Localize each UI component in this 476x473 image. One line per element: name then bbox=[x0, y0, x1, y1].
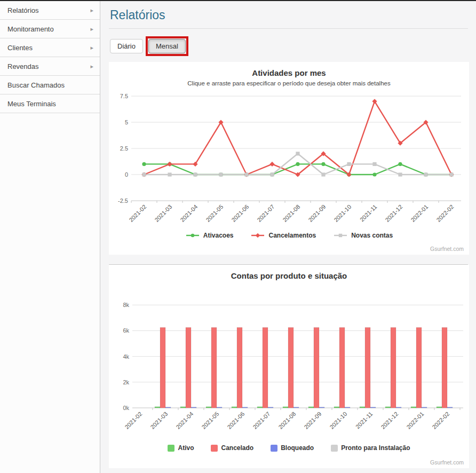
svg-text:2021-12: 2021-12 bbox=[379, 411, 399, 430]
activities-chart-legend: AtivacoesCancelamentosNovas contas bbox=[109, 232, 469, 239]
legend-label: Bloqueado bbox=[281, 444, 314, 452]
svg-text:2021-06: 2021-06 bbox=[226, 411, 245, 430]
color-swatch-icon bbox=[211, 445, 218, 452]
svg-text:2021-02: 2021-02 bbox=[123, 411, 143, 430]
legend-item[interactable]: Ativacoes bbox=[185, 232, 234, 239]
sidebar-item-label: Meus Terminais bbox=[7, 100, 56, 108]
legend-label: Ativacoes bbox=[203, 232, 234, 239]
chevron-right-icon: ▸ bbox=[90, 63, 93, 70]
sidebar-item-label: Relatórios bbox=[7, 6, 39, 14]
svg-text:2021-04: 2021-04 bbox=[179, 203, 199, 223]
svg-text:2021-10: 2021-10 bbox=[332, 203, 352, 223]
svg-text:-2.5: -2.5 bbox=[118, 198, 128, 204]
sidebar-item-label: Revendas bbox=[7, 62, 39, 70]
svg-text:5: 5 bbox=[125, 119, 128, 125]
legend-item[interactable]: Novas contas bbox=[333, 232, 393, 239]
svg-text:2021-08: 2021-08 bbox=[281, 203, 301, 223]
chevron-right-icon: ▸ bbox=[90, 7, 93, 14]
legend-item[interactable]: Cancelado bbox=[211, 444, 253, 452]
report-period-tabs: Diário Mensal bbox=[110, 39, 468, 57]
svg-text:2021-08: 2021-08 bbox=[277, 411, 297, 430]
chart-watermark: Gsurfnet.com bbox=[430, 246, 464, 252]
svg-text:0: 0 bbox=[125, 171, 128, 178]
legend-label: Cancelamentos bbox=[268, 232, 316, 239]
title-divider bbox=[109, 28, 468, 29]
square-legend-marker-icon bbox=[333, 232, 348, 239]
svg-text:2021-03: 2021-03 bbox=[153, 203, 173, 223]
svg-text:2021-09: 2021-09 bbox=[303, 411, 322, 430]
legend-item[interactable]: Pronto para Instalação bbox=[331, 444, 410, 452]
sidebar-item-clientes[interactable]: Clientes ▸ bbox=[0, 38, 100, 57]
svg-text:0k: 0k bbox=[123, 405, 129, 411]
svg-text:2021-04: 2021-04 bbox=[174, 411, 194, 430]
chart-subtitle: Clique e arraste para especificar o perí… bbox=[109, 80, 469, 86]
svg-text:2021-05: 2021-05 bbox=[204, 203, 224, 223]
color-swatch-icon bbox=[271, 445, 277, 452]
sidebar-item-monitoramento[interactable]: Monitoramento ▸ bbox=[0, 20, 100, 38]
accounts-chart-legend: AtivoCanceladoBloqueadoPronto para Insta… bbox=[109, 444, 469, 452]
sidebar-item-buscar-chamados[interactable]: Buscar Chamados bbox=[0, 76, 100, 94]
sidebar: Relatórios ▸ Monitoramento ▸ Clientes ▸ … bbox=[0, 1, 100, 473]
svg-text:2021-11: 2021-11 bbox=[354, 411, 374, 430]
svg-text:2k: 2k bbox=[123, 379, 129, 385]
legend-label: Novas contas bbox=[351, 232, 393, 239]
sidebar-item-revendas[interactable]: Revendas ▸ bbox=[0, 57, 100, 76]
accounts-chart-panel: Contas por produto e situação 0k2k4k6k8k… bbox=[109, 265, 469, 468]
svg-text:2021-11: 2021-11 bbox=[359, 203, 378, 223]
svg-text:4k: 4k bbox=[123, 353, 129, 360]
svg-text:2021-06: 2021-06 bbox=[230, 203, 250, 223]
svg-text:2022-01: 2022-01 bbox=[409, 203, 429, 223]
tab-diario[interactable]: Diário bbox=[110, 39, 143, 53]
sidebar-item-meus-terminais[interactable]: Meus Terminais bbox=[0, 94, 100, 113]
activities-line-chart[interactable]: -2.502.557.52021-022021-032021-042021-05… bbox=[109, 89, 469, 231]
chevron-right-icon: ▸ bbox=[90, 26, 93, 33]
svg-text:7.5: 7.5 bbox=[120, 93, 128, 99]
svg-text:2021-03: 2021-03 bbox=[149, 411, 169, 430]
svg-text:2021-09: 2021-09 bbox=[307, 203, 327, 223]
diamond-legend-marker-icon bbox=[250, 232, 265, 239]
svg-text:2021-05: 2021-05 bbox=[200, 411, 220, 430]
legend-label: Pronto para Instalação bbox=[341, 444, 410, 452]
chevron-right-icon: ▸ bbox=[90, 44, 93, 51]
legend-label: Ativo bbox=[178, 444, 194, 452]
svg-text:2022-02: 2022-02 bbox=[435, 203, 455, 223]
svg-text:2021-07: 2021-07 bbox=[256, 203, 275, 223]
color-swatch-icon bbox=[331, 445, 338, 452]
chart-watermark: Gsurfnet.com bbox=[430, 459, 464, 466]
color-swatch-icon bbox=[168, 445, 174, 452]
svg-text:2021-10: 2021-10 bbox=[328, 411, 348, 430]
svg-text:2021-02: 2021-02 bbox=[128, 203, 147, 223]
chart-title: Contas por produto e situação bbox=[109, 271, 469, 280]
sidebar-item-label: Clientes bbox=[7, 44, 33, 52]
svg-text:2021-12: 2021-12 bbox=[384, 203, 403, 223]
svg-text:2021-07: 2021-07 bbox=[251, 411, 271, 430]
circle-legend-marker-icon bbox=[185, 232, 200, 239]
sidebar-item-label: Monitoramento bbox=[7, 25, 54, 33]
legend-item[interactable]: Bloqueado bbox=[271, 444, 314, 452]
tab-mensal[interactable]: Mensal bbox=[148, 39, 186, 53]
svg-text:8k: 8k bbox=[123, 302, 129, 308]
page-title: Relatórios bbox=[110, 8, 468, 22]
svg-text:2022-01: 2022-01 bbox=[405, 411, 425, 430]
legend-item[interactable]: Cancelamentos bbox=[250, 232, 316, 239]
sidebar-item-relatorios[interactable]: Relatórios ▸ bbox=[0, 1, 100, 20]
legend-label: Cancelado bbox=[221, 444, 253, 452]
activities-chart-panel: Atividades por mes Clique e arraste para… bbox=[109, 62, 469, 255]
svg-text:2022-02: 2022-02 bbox=[431, 411, 450, 430]
svg-text:6k: 6k bbox=[123, 327, 129, 334]
sidebar-item-label: Buscar Chamados bbox=[7, 81, 65, 89]
chart-title: Atividades por mes bbox=[109, 68, 469, 77]
svg-text:2.5: 2.5 bbox=[120, 145, 128, 152]
legend-item[interactable]: Ativo bbox=[168, 444, 194, 452]
main-content: Relatórios Diário Mensal Atividades por … bbox=[100, 8, 476, 473]
accounts-bar-chart[interactable]: 0k2k4k6k8k2021-022021-032021-042021-0520… bbox=[109, 283, 469, 443]
